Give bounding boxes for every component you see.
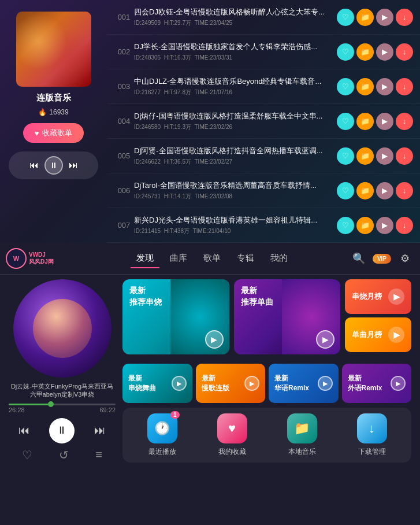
skip-action-button[interactable]: ▶ xyxy=(376,147,393,165)
heart-action-button[interactable]: ♡ xyxy=(337,217,354,234)
song-actions: ♡ 📁 ▶ ↓ xyxy=(337,113,413,130)
nav-link-我的[interactable]: 我的 xyxy=(265,249,293,268)
heart-action-button[interactable]: ♡ xyxy=(337,78,354,95)
mini-prev-button[interactable]: ⏮ xyxy=(18,424,30,437)
small-card-play[interactable]: ▶ xyxy=(172,376,187,391)
menu-label: 下载管理 xyxy=(358,447,386,457)
mini-album-art xyxy=(13,279,111,378)
search-button[interactable]: 🔍 xyxy=(350,249,368,268)
folder-action-button[interactable]: 📁 xyxy=(356,9,374,26)
small-card-1[interactable]: 最新慢歌连版▶ xyxy=(196,364,266,403)
skip-action-button[interactable]: ▶ xyxy=(376,217,393,234)
heart-action-button[interactable]: ♡ xyxy=(337,9,354,26)
small-card-2[interactable]: 最新华语Remix▶ xyxy=(269,364,339,403)
song-info: Dj炳仔-国粤语慢歌连版风格打造温柔舒服车载全中文串... ID:246580 … xyxy=(134,111,332,131)
nav-link-发现[interactable]: 发现 xyxy=(131,249,159,268)
download-action-button[interactable]: ↓ xyxy=(396,43,413,61)
playlist-button[interactable]: ≡ xyxy=(95,448,102,462)
progress-bar[interactable]: 26:28 69:22 xyxy=(9,404,116,413)
settings-button[interactable]: ⚙ xyxy=(396,249,414,268)
mini-next-button[interactable]: ⏭ xyxy=(94,424,106,437)
download-action-button[interactable]: ↓ xyxy=(396,9,413,26)
song-item[interactable]: 003 中山DJLZ-全粤语慢歌连版音乐Beyond经典专辑车载音... ID:… xyxy=(107,69,420,104)
mini-bottom-icons: ♡ ↺ ≡ xyxy=(9,448,116,462)
folder-action-button[interactable]: 📁 xyxy=(356,43,374,61)
download-action-button[interactable]: ↓ xyxy=(396,78,413,95)
folder-action-button[interactable]: 📁 xyxy=(356,78,374,95)
heart-action-button[interactable]: ♡ xyxy=(337,113,354,130)
small-card-label: 最新外语Remix xyxy=(348,374,382,393)
menu-label: 本地音乐 xyxy=(288,447,316,457)
song-item[interactable]: 007 新兴DJ光头-全粤语慢歌连版香港英雄一姐容祖儿特辑... ID:2114… xyxy=(107,208,420,243)
song-item[interactable]: 002 DJ学长-全国语慢歌连版独家首发个人专辑李荣浩伤感... ID:2483… xyxy=(107,35,420,69)
heart-action-button[interactable]: ♡ xyxy=(337,147,354,165)
small-card-play[interactable]: ▶ xyxy=(244,376,259,391)
small-card-play[interactable]: ▶ xyxy=(318,376,333,391)
song-meta: ID:246580 HIT:19.3万 TIME:23/02/26 xyxy=(134,123,332,131)
folder-action-button[interactable]: 📁 xyxy=(356,113,374,130)
heart-action-button[interactable]: ♡ xyxy=(337,43,354,61)
skip-action-button[interactable]: ▶ xyxy=(376,182,393,199)
heart-action-button[interactable]: ♡ xyxy=(337,182,354,199)
song-item[interactable]: 006 DjTarol-全国语慢歌连版音乐精选周董高音质车载抒情... ID:2… xyxy=(107,173,420,208)
prev-button[interactable]: ⏮ xyxy=(29,160,39,171)
favorite-button[interactable]: ♡ xyxy=(22,448,32,462)
side-btn-label: 单曲月榜 xyxy=(352,330,382,340)
card-label: 最新推荐单曲 xyxy=(241,285,273,308)
next-button[interactable]: ⏭ xyxy=(69,160,78,171)
skip-action-button[interactable]: ▶ xyxy=(376,113,393,130)
download-action-button[interactable]: ↓ xyxy=(396,182,413,199)
card-play-button[interactable]: ▶ xyxy=(316,330,334,349)
small-card-3[interactable]: 最新外语Remix▶ xyxy=(342,364,412,403)
menu-item-0[interactable]: 🕐 1 最近播放 xyxy=(147,413,177,457)
song-number: 001 xyxy=(114,13,134,21)
song-number: 004 xyxy=(114,117,134,125)
song-meta: ID:245731 HIT:14.1万 TIME:23/02/08 xyxy=(134,193,332,201)
song-meta: ID:249509 HIT:29.7万 TIME:23/04/25 xyxy=(134,19,332,27)
menu-icon: 📁 xyxy=(287,413,317,443)
song-number: 005 xyxy=(114,151,134,160)
featured-card-0[interactable]: 最新推荐串烧 ▶ xyxy=(122,279,229,354)
song-item[interactable]: 001 四会DJ欧钰-全粤语慢歌连版风格畅听醉人心弦之大笨专... ID:249… xyxy=(107,0,420,35)
nav-bar: W VWDJ 风风DJ网 发现曲库歌单专辑我的 🔍 VIP ⚙ xyxy=(0,243,420,275)
featured-card-1[interactable]: 最新推荐单曲 ▶ xyxy=(234,279,341,354)
featured-row: 最新推荐串烧 ▶ 最新推荐单曲 ▶ xyxy=(122,279,340,354)
song-info: Dj阿贤-全国语慢歌连版风格打造抖音全网热播车载蓝调... ID:246622 … xyxy=(134,146,332,166)
collect-button[interactable]: ♥ 收藏歌单 xyxy=(23,123,84,143)
side-btn-0[interactable]: 串烧月榜▶ xyxy=(345,279,411,314)
download-action-button[interactable]: ↓ xyxy=(396,217,413,234)
nav-link-专辑[interactable]: 专辑 xyxy=(231,249,260,268)
download-action-button[interactable]: ↓ xyxy=(396,113,413,130)
content-layout: Dj云妹-中英文FunkyProg马来西亚马六甲abelyn定制V3串烧 26:… xyxy=(9,279,411,463)
song-meta: ID:248305 HIT:16.3万 TIME:23/03/31 xyxy=(134,54,332,62)
vip-badge[interactable]: VIP xyxy=(373,254,391,264)
song-list: 001 四会DJ欧钰-全粤语慢歌连版风格畅听醉人心弦之大笨专... ID:249… xyxy=(107,0,420,243)
folder-action-button[interactable]: 📁 xyxy=(356,217,374,234)
song-info: 新兴DJ光头-全粤语慢歌连版香港英雄一姐容祖儿特辑... ID:211415 H… xyxy=(134,215,332,235)
mini-play-button[interactable]: ⏸ xyxy=(49,418,75,443)
featured-cards: 最新推荐串烧 ▶ 最新推荐单曲 ▶ xyxy=(122,279,340,359)
small-card-0[interactable]: 最新串烧舞曲▶ xyxy=(122,364,192,403)
song-item[interactable]: 004 Dj炳仔-国粤语慢歌连版风格打造温柔舒服车载全中文串... ID:246… xyxy=(107,104,420,139)
skip-action-button[interactable]: ▶ xyxy=(376,9,393,26)
main-content: Dj云妹-中英文FunkyProg马来西亚马六甲abelyn定制V3串烧 26:… xyxy=(0,275,420,467)
right-content: 最新推荐串烧 ▶ 最新推荐单曲 ▶ 串烧月榜▶单曲月榜▶ 最新串烧舞曲▶最新慢歌… xyxy=(122,279,411,463)
play-pause-button[interactable]: ⏸ xyxy=(44,156,63,175)
nav-link-曲库[interactable]: 曲库 xyxy=(164,249,193,268)
repeat-button[interactable]: ↺ xyxy=(59,448,69,462)
menu-item-2[interactable]: 📁 本地音乐 xyxy=(287,413,317,457)
skip-action-button[interactable]: ▶ xyxy=(376,43,393,61)
album-title: 连版音乐 xyxy=(36,93,71,103)
skip-action-button[interactable]: ▶ xyxy=(376,78,393,95)
bottom-menu-row: 🕐 1 最近播放 ♥ 我的收藏 📁 本地音乐 ↓ 下载管理 xyxy=(122,408,411,463)
download-action-button[interactable]: ↓ xyxy=(396,147,413,165)
small-card-play[interactable]: ▶ xyxy=(391,376,406,391)
nav-link-歌单[interactable]: 歌单 xyxy=(198,249,226,268)
folder-action-button[interactable]: 📁 xyxy=(356,182,374,199)
menu-item-1[interactable]: ♥ 我的收藏 xyxy=(217,413,247,457)
menu-item-3[interactable]: ↓ 下载管理 xyxy=(357,413,387,457)
card-play-button[interactable]: ▶ xyxy=(205,330,224,349)
side-btn-1[interactable]: 单曲月榜▶ xyxy=(345,317,411,352)
folder-action-button[interactable]: 📁 xyxy=(356,147,374,165)
song-item[interactable]: 005 Dj阿贤-全国语慢歌连版风格打造抖音全网热播车载蓝调... ID:246… xyxy=(107,139,420,173)
